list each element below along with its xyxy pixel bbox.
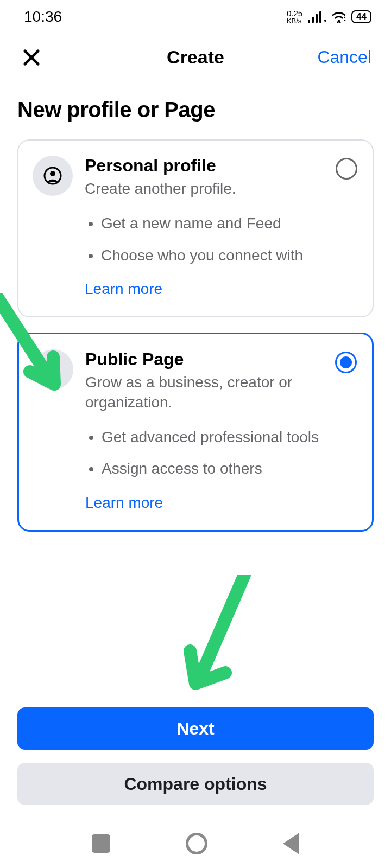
wifi-icon: [332, 11, 346, 23]
status-time: 10:36: [24, 8, 62, 25]
status-right: 0.25 KB/s 44: [287, 9, 371, 24]
svg-point-0: [338, 20, 340, 22]
next-button[interactable]: Next: [17, 707, 374, 750]
option-desc: Create another profile.: [85, 179, 357, 199]
radio-selected[interactable]: [335, 352, 357, 373]
back-icon[interactable]: [283, 833, 299, 854]
learn-more-link[interactable]: Learn more: [85, 494, 357, 512]
svg-point-2: [344, 17, 346, 18]
list-item: Get advanced professional tools: [102, 427, 357, 447]
svg-point-1: [344, 20, 346, 21]
radio-unselected[interactable]: [336, 158, 357, 180]
person-icon: [33, 156, 73, 196]
home-icon[interactable]: [186, 833, 207, 854]
option-bullets: Get advanced professional tools Assign a…: [85, 427, 357, 479]
list-item: Get a new name and Feed: [101, 214, 357, 233]
header-title: Create: [167, 47, 224, 68]
recent-apps-icon[interactable]: [92, 834, 110, 853]
status-bar: 10:36 0.25 KB/s 44: [0, 0, 391, 34]
option-bullets: Get a new name and Feed Choose who you c…: [85, 214, 357, 265]
page-title: New profile or Page: [17, 98, 374, 122]
android-nav-bar: [0, 819, 391, 868]
svg-point-4: [50, 171, 55, 176]
cancel-button[interactable]: Cancel: [317, 47, 371, 67]
option-personal-profile[interactable]: Personal profile Create another profile.…: [17, 139, 374, 317]
option-desc: Grow as a business, creator or organizat…: [85, 373, 357, 412]
data-rate-icon: 0.25 KB/s: [287, 9, 302, 24]
learn-more-link[interactable]: Learn more: [85, 280, 357, 298]
list-item: Assign access to others: [102, 459, 357, 478]
option-title: Personal profile: [85, 156, 357, 176]
annotation-arrow: [179, 575, 266, 700]
flag-icon: [33, 349, 73, 390]
signal-icon: [308, 11, 326, 23]
header: Create Cancel: [0, 34, 391, 81]
option-public-page[interactable]: Public Page Grow as a business, creator …: [17, 333, 374, 532]
option-title: Public Page: [85, 349, 357, 369]
close-icon[interactable]: [20, 46, 43, 69]
battery-icon: 44: [351, 10, 371, 24]
list-item: Choose who you connect with: [101, 246, 357, 265]
compare-button[interactable]: Compare options: [17, 763, 374, 805]
